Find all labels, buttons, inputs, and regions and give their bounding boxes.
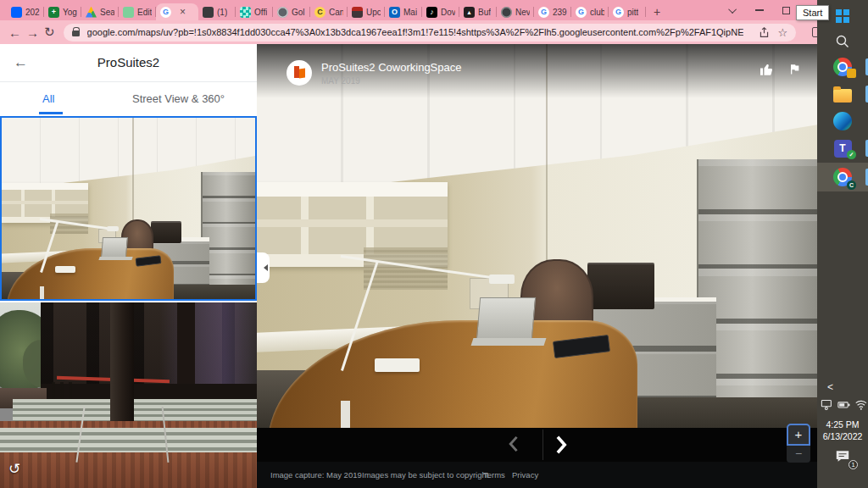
taskbar-teams[interactable]: T✓	[817, 136, 868, 161]
reload-button[interactable]: ↻	[44, 25, 55, 40]
browser-tab[interactable]: club	[571, 3, 609, 20]
ssl-lock-icon[interactable]	[72, 30, 80, 36]
show-hidden-icons-chevron[interactable]: <	[817, 381, 868, 393]
browser-tab[interactable]: Sea	[81, 3, 119, 20]
office-lamp-head	[489, 274, 515, 284]
battery-icon[interactable]	[837, 398, 851, 411]
zoom-in-button[interactable]: +	[787, 424, 810, 446]
active-tab-underline	[39, 112, 63, 114]
browser-tab[interactable]: Gol	[273, 3, 310, 20]
browser-tab[interactable]: (1)	[198, 3, 236, 20]
system-tray	[817, 396, 868, 412]
taskbar-search-button[interactable]	[817, 30, 868, 53]
zoom-control: + −	[787, 424, 810, 463]
outlook-favicon	[389, 7, 400, 18]
office-laptop-screen	[476, 297, 536, 340]
terms-link[interactable]: Terms	[483, 470, 505, 480]
taskbar-file-explorer[interactable]	[817, 81, 868, 107]
thumbs-up-icon[interactable]	[759, 62, 775, 80]
lock-badge-icon	[847, 69, 856, 78]
active-browser-tab[interactable]: ×	[156, 3, 198, 20]
taskbar-chrome-locked-profile[interactable]	[817, 54, 868, 80]
taskbar-chrome-active-profile[interactable]: C	[817, 163, 868, 191]
tab-label: Dov	[441, 8, 455, 17]
browser-tab[interactable]: Can	[310, 3, 348, 20]
browser-tab[interactable]: Buf	[459, 3, 497, 20]
url-text[interactable]: google.com/maps/uv?pb=!1s0x8834f1dd030cc…	[87, 27, 744, 37]
office-laptop-keyboard	[98, 257, 132, 260]
minimize-button[interactable]	[755, 9, 764, 11]
office-printer	[151, 221, 181, 243]
street-upper-steps	[13, 399, 257, 422]
previous-photo-button[interactable]	[508, 435, 519, 456]
uploader-avatar[interactable]	[287, 60, 312, 86]
profile-c-badge: C	[847, 180, 856, 190]
tab-label: pitt	[627, 8, 638, 17]
maximize-button[interactable]	[782, 7, 790, 14]
tab-all[interactable]: All	[42, 92, 54, 105]
browser-tab[interactable]: 239	[534, 3, 571, 20]
wifi-icon[interactable]	[854, 398, 868, 411]
notification-icon	[835, 449, 850, 463]
share-icon[interactable]	[759, 27, 770, 38]
app-favicon	[203, 7, 214, 18]
browser-tab[interactable]: Dov	[422, 3, 459, 20]
report-flag-icon[interactable]	[787, 62, 801, 80]
browser-tab[interactable]: Mai	[385, 3, 422, 20]
office-laptop-keyboard	[471, 338, 547, 346]
browser-tab[interactable]: Nev	[497, 3, 534, 20]
office-desk-leg	[341, 401, 350, 428]
tab-search-chevron-icon[interactable]	[728, 5, 737, 14]
browser-tab[interactable]: Offi	[236, 3, 273, 20]
photo-thumbnail-streetview[interactable]: ↺	[0, 302, 257, 488]
next-photo-button[interactable]	[555, 435, 568, 458]
office-laptop-screen	[101, 237, 128, 258]
street-thumbnail-image	[0, 302, 257, 488]
bookmark-star-icon[interactable]: ☆	[777, 26, 787, 39]
browser-tab[interactable]: Upc	[348, 3, 385, 20]
tab-street-view-360[interactable]: Street View & 360°	[132, 92, 225, 105]
browser-tab[interactable]: 202	[7, 3, 44, 20]
browser-tab[interactable]: Edit	[119, 3, 156, 20]
teams-status-badge: ✓	[847, 150, 856, 159]
clock-date[interactable]: 6/13/2022	[817, 430, 868, 441]
uploader-name[interactable]: ProSuites2 CoworkingSpace	[321, 61, 461, 74]
tab-label: Offi	[254, 8, 267, 17]
browser-tab[interactable]: Yog	[44, 3, 81, 20]
new-tab-button[interactable]: +	[646, 3, 668, 20]
collapse-panel-button[interactable]	[257, 252, 270, 283]
action-center-button[interactable]: 1	[817, 449, 868, 469]
photo-360-canvas[interactable]: ProSuites2 CoworkingSpace MAY 2019	[257, 44, 817, 428]
tab-label: Mai	[403, 8, 417, 17]
canva-favicon	[314, 7, 326, 18]
tab-label: Buf	[478, 8, 491, 17]
street-pedestrians	[52, 382, 72, 399]
taskbar-edge[interactable]	[817, 108, 868, 134]
back-button[interactable]: ←	[8, 25, 21, 40]
office-lamp-base	[375, 358, 420, 372]
cast-screen-icon[interactable]	[821, 398, 833, 411]
tab-label: (1)	[217, 8, 227, 17]
office-lamp-head	[107, 226, 118, 230]
globe-favicon	[277, 7, 288, 18]
tab-close-icon[interactable]: ×	[180, 7, 186, 18]
clock-time[interactable]: 4:25 PM	[817, 419, 868, 430]
photo-thumbnail-office[interactable]	[0, 116, 257, 301]
street-lower-steps	[0, 428, 257, 454]
address-bar[interactable]: google.com/maps/uv?pb=!1s0x8834f1dd030cc…	[64, 24, 797, 42]
browser-tab[interactable]: pitt	[609, 3, 646, 20]
drive-favicon	[86, 7, 97, 18]
google-favicon	[576, 7, 587, 18]
photo-viewer: ProSuites2 CoworkingSpace MAY 2019 Image…	[257, 44, 817, 488]
privacy-link[interactable]: Privacy	[512, 470, 538, 480]
zoom-out-button[interactable]: −	[787, 446, 810, 463]
forward-button[interactable]: →	[26, 25, 39, 40]
tab-label: Nev	[515, 8, 530, 17]
buffer-favicon	[464, 7, 475, 18]
tab-label: Gol	[292, 8, 305, 17]
tab-label: Can	[329, 8, 343, 17]
street-brick-plaza	[0, 452, 257, 488]
tiktok-favicon	[426, 7, 437, 18]
image-capture-date: Image capture: May 2019	[270, 470, 362, 480]
office-lamp-base	[55, 266, 75, 272]
